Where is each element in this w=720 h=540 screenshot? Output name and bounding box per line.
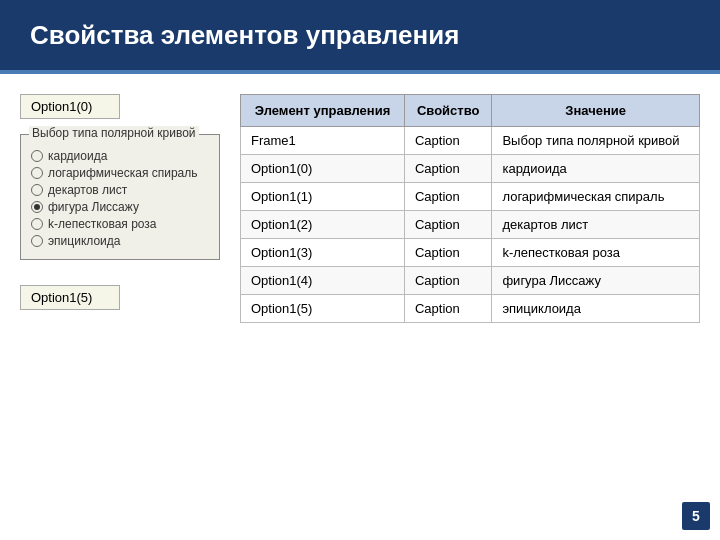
bottom-option-box[interactable]: Option1(5) [20,285,120,310]
cell-element-3: Option1(2) [241,211,405,239]
radio-label-3: фигура Лиссажу [48,200,139,214]
cell-property-3: Caption [404,211,491,239]
cell-property-5: Caption [404,267,491,295]
title-bar: Свойства элементов управления [0,0,720,70]
content-area: Option1(0) Выбор типа полярной кривой ка… [0,74,720,514]
cell-value-6: эпициклоида [492,295,700,323]
radio-circle-0 [31,150,43,162]
frame-box: Выбор типа полярной кривой кардиоида лог… [20,134,220,260]
table-row: Option1(3)Captionk-лепестковая роза [241,239,700,267]
cell-value-1: кардиоида [492,155,700,183]
cell-property-2: Caption [404,183,491,211]
col-header-value: Значение [492,95,700,127]
table-row: Option1(1)Captionлогарифмическая спираль [241,183,700,211]
radio-item-2[interactable]: декартов лист [31,183,209,197]
radio-circle-3 [31,201,43,213]
radio-label-5: эпициклоида [48,234,120,248]
top-option-label: Option1(0) [31,99,92,114]
radio-label-1: логарифмическая спираль [48,166,198,180]
slide: Свойства элементов управления Option1(0)… [0,0,720,540]
cell-element-0: Frame1 [241,127,405,155]
bottom-option-label: Option1(5) [31,290,92,305]
cell-property-1: Caption [404,155,491,183]
left-panel: Option1(0) Выбор типа полярной кривой ка… [20,94,220,504]
properties-table: Элемент управления Свойство Значение Fra… [240,94,700,323]
radio-label-2: декартов лист [48,183,127,197]
cell-value-4: k-лепестковая роза [492,239,700,267]
radio-item-4[interactable]: k-лепестковая роза [31,217,209,231]
col-header-element: Элемент управления [241,95,405,127]
cell-property-6: Caption [404,295,491,323]
page-number-badge: 5 [682,502,710,530]
col-header-property: Свойство [404,95,491,127]
cell-value-0: Выбор типа полярной кривой [492,127,700,155]
radio-item-3[interactable]: фигура Лиссажу [31,200,209,214]
radio-group: кардиоида логарифмическая спираль декарт… [31,149,209,248]
table-row: Frame1CaptionВыбор типа полярной кривой [241,127,700,155]
radio-label-0: кардиоида [48,149,107,163]
table-header-row: Элемент управления Свойство Значение [241,95,700,127]
cell-element-4: Option1(3) [241,239,405,267]
radio-circle-4 [31,218,43,230]
radio-item-5[interactable]: эпициклоида [31,234,209,248]
cell-value-2: логарифмическая спираль [492,183,700,211]
radio-circle-2 [31,184,43,196]
radio-label-4: k-лепестковая роза [48,217,157,231]
cell-property-4: Caption [404,239,491,267]
slide-title: Свойства элементов управления [30,20,459,51]
cell-value-3: декартов лист [492,211,700,239]
cell-element-6: Option1(5) [241,295,405,323]
table-row: Option1(4)Captionфигура Лиссажу [241,267,700,295]
table-row: Option1(5)Captionэпициклоида [241,295,700,323]
radio-item-1[interactable]: логарифмическая спираль [31,166,209,180]
cell-element-1: Option1(0) [241,155,405,183]
radio-item-0[interactable]: кардиоида [31,149,209,163]
table-row: Option1(2)Captionдекартов лист [241,211,700,239]
frame-label: Выбор типа полярной кривой [29,126,199,140]
cell-property-0: Caption [404,127,491,155]
right-panel: Элемент управления Свойство Значение Fra… [240,94,700,504]
top-option-box[interactable]: Option1(0) [20,94,120,119]
cell-element-5: Option1(4) [241,267,405,295]
cell-element-2: Option1(1) [241,183,405,211]
table-row: Option1(0)Captionкардиоида [241,155,700,183]
cell-value-5: фигура Лиссажу [492,267,700,295]
radio-circle-1 [31,167,43,179]
radio-circle-5 [31,235,43,247]
